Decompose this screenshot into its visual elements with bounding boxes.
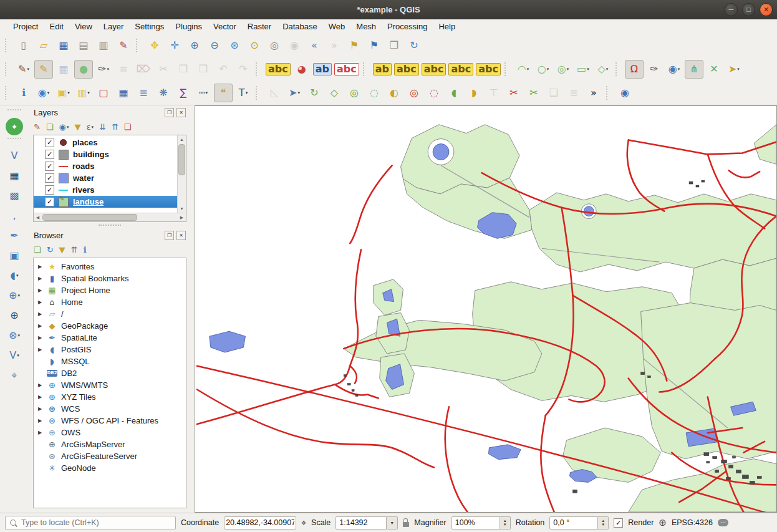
tool-zoom-out[interactable]: ⊖▾ [205, 36, 224, 55]
expand-arrow-icon[interactable]: ▶ [37, 299, 43, 305]
tool-pin-labels-diagrams[interactable]: ab▾ [312, 60, 332, 79]
browser-item-wfs-ogc-api[interactable]: ▶ ⊛ WFS / OGC API - Features [34, 415, 186, 427]
tool-layer-labeling-options[interactable]: abc▾ [265, 60, 291, 79]
tool-topological-editing[interactable]: ◉▾ [665, 60, 683, 79]
tool-move-label-diagram[interactable]: abc▾ [421, 60, 447, 79]
tool-add-wfs-layer[interactable]: ⊛▾ [5, 326, 24, 345]
tool-pan-to-selection[interactable]: ✛▾ [165, 36, 184, 55]
tool-show-hide-labels[interactable]: abc▾ [393, 60, 420, 79]
tool-show-bookmark-manager[interactable]: ❒▾ [385, 36, 403, 55]
tool-highlight-pinned-labels[interactable]: abc▾ [334, 60, 360, 79]
dropdown-arrow-icon[interactable]: ▾ [107, 67, 109, 72]
tool-enable-snapping-intersection[interactable]: ✕▾ [705, 60, 723, 79]
browser-item-wms-wmts[interactable]: ▶ ⊕ WMS/WMTS [34, 379, 186, 391]
menu-vector[interactable]: Vector [208, 20, 242, 33]
tool-deselect-features[interactable]: ▢▾ [94, 84, 113, 102]
layers-horizontal-scrollbar[interactable]: ◀ ▶ [34, 213, 186, 221]
dropdown-arrow-icon[interactable]: ▾ [17, 293, 20, 298]
layers-toolbar-collapse-all[interactable]: ⇈▾ [112, 123, 118, 131]
tool-zoom-native-resolution[interactable]: ◉▾ [285, 36, 304, 55]
layer-item-landuse[interactable]: ✓ landuse [34, 196, 177, 208]
tool-add-vector-layer[interactable]: V▾ [5, 147, 24, 165]
locate-search[interactable] [5, 516, 176, 530]
tool-new-project[interactable]: ▯▾ [14, 36, 33, 55]
expand-arrow-icon[interactable]: ▶ [37, 430, 43, 435]
tool-add-polygon-feature[interactable]: ●▾ [74, 60, 93, 79]
expand-arrow-icon[interactable]: ▶ [37, 311, 43, 317]
scrollbar-thumb[interactable] [42, 214, 137, 221]
tool-cad-tools[interactable]: ◺▾ [265, 84, 284, 102]
dropdown-arrow-icon[interactable]: ▾ [27, 67, 29, 72]
layers-toolbar-add-group[interactable]: ❏▾ [46, 123, 54, 131]
coordinate-box[interactable] [224, 516, 296, 530]
rotation-value[interactable]: 0,0 ° [549, 516, 598, 530]
menu-raster[interactable]: Raster [242, 20, 277, 33]
layers-toolbar-filter-legend[interactable]: ▼▾ [74, 123, 80, 131]
lock-scale-icon[interactable] [403, 522, 409, 527]
tool-rotate-label[interactable]: abc▾ [448, 60, 474, 79]
dropdown-arrow-icon[interactable]: ▾ [87, 90, 90, 95]
tool-toggle-editing[interactable]: ✎▾ [34, 60, 53, 79]
tool-cut-features[interactable]: ✂▾ [154, 60, 173, 79]
layer-visibility-checkbox[interactable]: ✓ [45, 150, 54, 159]
tool-new-spatial-bookmark[interactable]: ⚑▾ [345, 36, 364, 55]
maximize-button[interactable]: □ [742, 3, 755, 16]
expand-arrow-icon[interactable]: ▶ [37, 276, 43, 281]
tool-zoom-last[interactable]: «▾ [305, 36, 324, 55]
layers-toolbar-remove-layer-group[interactable]: ❏▾ [124, 123, 132, 131]
expand-arrow-icon[interactable]: ▶ [37, 323, 43, 329]
tool-open-project[interactable]: ▱▾ [34, 36, 53, 55]
browser-item-home[interactable]: ▶ ⌂ Home [34, 296, 186, 308]
browser-toolbar-collapse-all-browser[interactable]: ⇈▾ [71, 246, 78, 254]
scroll-right-arrow-icon[interactable]: ▶ [178, 213, 186, 221]
tool-split-features[interactable]: ✂▾ [504, 84, 523, 102]
browser-item-postgis[interactable]: ▶ ◖ PostGIS [34, 344, 186, 355]
dropdown-arrow-icon[interactable]: ▾ [737, 67, 740, 72]
tool-open-attribute-table[interactable]: ▦▾ [114, 84, 133, 102]
dropdown-arrow-icon[interactable]: ▾ [547, 67, 549, 72]
layer-item-rivers[interactable]: ✓ rivers [34, 184, 177, 196]
browser-panel-float-button[interactable]: ❐ [165, 231, 174, 240]
scale-dropdown-arrow-icon[interactable]: ▼ [387, 516, 398, 530]
tool-metasearch[interactable]: ◉▾ [615, 84, 634, 102]
tool-show-layout-manager[interactable]: ▥▾ [94, 36, 113, 55]
rotation-spinbox[interactable]: 0,0 ° ▲▼ [549, 516, 609, 530]
tool-new-print-layout[interactable]: ▤▾ [74, 36, 93, 55]
tool-digitize-circular-string[interactable]: ◠▾ [514, 60, 533, 79]
tool-simplify-feature[interactable]: ◇▾ [325, 84, 344, 102]
magnifier-spinbox[interactable]: 100% ▲▼ [451, 516, 511, 530]
menu-view[interactable]: View [69, 20, 98, 33]
tool-identify-features[interactable]: ℹ▾ [14, 84, 33, 102]
tool-add-mesh-layer[interactable]: ▩▾ [5, 186, 24, 205]
browser-item-spatialite[interactable]: ▶ ✒ SpatiaLite [34, 332, 186, 344]
tool-zoom-full-extent[interactable]: ⊛▾ [225, 36, 244, 55]
render-checkbox[interactable]: ✓ [614, 518, 623, 528]
layers-toolbar-filter-by-expression[interactable]: ε▾ [86, 123, 94, 131]
scale-combo[interactable]: 1:14392 ▼ [335, 516, 398, 530]
tool-select-features-by-value[interactable]: ▥▾ [74, 84, 93, 102]
browser-item-favorites[interactable]: ▶ ★ Favorites [34, 261, 186, 273]
coordinate-input[interactable] [224, 518, 296, 528]
browser-panel-close-button[interactable]: ✕ [176, 231, 186, 240]
layers-toolbar-open-layer-styling-panel[interactable]: ✎▾ [34, 123, 41, 131]
tool-avoid-overlap[interactable]: ➤▾ [725, 60, 743, 79]
expand-arrow-icon[interactable]: ▶ [37, 394, 43, 400]
tool-split-parts[interactable]: ✂▾ [524, 84, 543, 102]
expand-arrow-icon[interactable]: ▶ [37, 288, 43, 293]
tool-change-label-properties[interactable]: abc▾ [475, 60, 501, 79]
dropdown-arrow-icon[interactable]: ▾ [567, 67, 569, 72]
map-canvas[interactable] [195, 105, 777, 513]
tool-style-manager[interactable]: ✎▾ [114, 36, 133, 55]
layer-item-water[interactable]: ✓ water [34, 172, 177, 184]
tool-delete-part[interactable]: ◌▾ [425, 84, 443, 102]
browser-item-db2[interactable]: DB2 DB2 [34, 367, 186, 379]
coordinate-display-toggle-icon[interactable]: ⌖ [301, 518, 306, 528]
tool-add-wms-wmts-layer[interactable]: ⊕▾ [5, 286, 24, 305]
layers-toolbar-expand-all[interactable]: ⇊▾ [99, 123, 106, 131]
tool-rotate-feature[interactable]: ↻▾ [305, 84, 324, 102]
menu-plugins[interactable]: Plugins [170, 20, 208, 33]
expand-arrow-icon[interactable]: ▶ [37, 335, 43, 341]
tool-zoom-in[interactable]: ⊕▾ [185, 36, 204, 55]
menu-database[interactable]: Database [277, 20, 323, 33]
browser-item-root[interactable]: ▶ ▱ / [34, 308, 186, 320]
